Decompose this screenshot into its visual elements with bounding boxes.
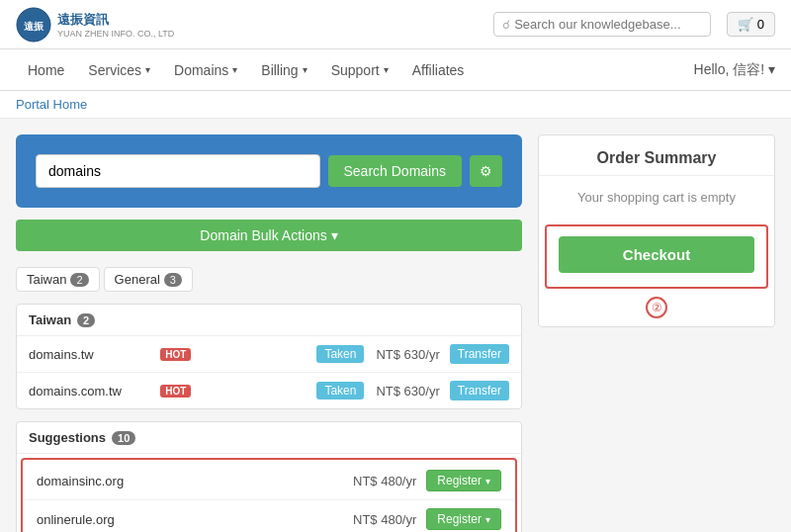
- domains-dropdown-icon: ▾: [232, 64, 237, 75]
- register-button[interactable]: Register ▾: [426, 470, 501, 491]
- user-menu[interactable]: Hello, 信容! ▾: [694, 61, 775, 79]
- domain-search-input[interactable]: [36, 154, 320, 188]
- hot-badge: HOT: [160, 385, 191, 398]
- status-badge: Taken: [316, 345, 364, 363]
- suggestions-card: Suggestions 10 domainsinc.org NT$ 480/yr…: [16, 421, 522, 532]
- nav-support[interactable]: Support ▾: [319, 49, 400, 91]
- cart-count: 0: [757, 17, 764, 32]
- table-row: onlinerule.org NT$ 480/yr Register ▾: [25, 500, 513, 532]
- services-dropdown-icon: ▾: [145, 64, 150, 75]
- annotation-circle-2-container: ②: [539, 297, 774, 326]
- top-navigation: 遠振 遠振資訊 YUAN ZHEN INFO. CO., LTD ☌ 🛒 0: [0, 0, 791, 49]
- result-tabs: Taiwan 2 General 3: [16, 263, 522, 296]
- search-domains-button[interactable]: Search Domains: [328, 155, 463, 187]
- search-icon: ☌: [502, 18, 510, 32]
- cart-icon: 🛒: [738, 17, 753, 32]
- register-dropdown-icon: ▾: [485, 476, 490, 487]
- suggestions-header: Suggestions 10: [17, 422, 521, 454]
- domain-name: domainsinc.org: [37, 474, 195, 488]
- hot-badge: HOT: [160, 348, 191, 361]
- transfer-button[interactable]: Transfer: [450, 344, 509, 364]
- checkout-area: Checkout: [545, 224, 768, 289]
- transfer-button[interactable]: Transfer: [450, 381, 509, 400]
- billing-dropdown-icon: ▾: [303, 64, 308, 75]
- logo-text: 遠振資訊 YUAN ZHEN INFO. CO., LTD: [57, 11, 174, 39]
- order-summary-empty-text: Your shopping cart is empty: [539, 176, 774, 219]
- support-dropdown-icon: ▾: [384, 64, 389, 75]
- nav-affiliates[interactable]: Affiliates: [400, 49, 477, 91]
- knowledgebase-search-input[interactable]: [514, 17, 702, 32]
- taiwan-results-card: Taiwan 2 domains.tw HOT Taken NT$ 630/yr…: [16, 304, 522, 409]
- domain-price: NT$ 630/yr: [376, 347, 439, 362]
- taiwan-section-header: Taiwan 2: [17, 305, 521, 336]
- register-dropdown-icon: ▾: [485, 514, 490, 525]
- table-row: domains.com.tw HOT Taken NT$ 630/yr Tran…: [17, 373, 521, 408]
- table-row: domains.tw HOT Taken NT$ 630/yr Transfer: [17, 336, 521, 373]
- logo: 遠振 遠振資訊 YUAN ZHEN INFO. CO., LTD: [16, 7, 174, 43]
- right-panel: Order Summary Your shopping cart is empt…: [538, 134, 775, 327]
- cart-button[interactable]: 🛒 0: [727, 12, 775, 37]
- domain-search-box: Search Domains ⚙: [16, 134, 522, 208]
- nav-domains[interactable]: Domains ▾: [162, 49, 249, 91]
- domain-price: NT$ 480/yr: [353, 512, 416, 527]
- page-content: Search Domains ⚙ Domain Bulk Actions ▾ T…: [0, 119, 791, 532]
- nav-services[interactable]: Services ▾: [76, 49, 162, 91]
- table-row: domainsinc.org NT$ 480/yr Register ▾: [25, 462, 513, 500]
- domain-name: domains.tw: [29, 347, 154, 362]
- tab-general[interactable]: General 3: [104, 267, 193, 292]
- breadcrumb[interactable]: Portal Home: [0, 91, 791, 119]
- left-panel: Search Domains ⚙ Domain Bulk Actions ▾ T…: [16, 134, 522, 532]
- order-summary-card: Order Summary Your shopping cart is empt…: [538, 134, 775, 327]
- domain-price: NT$ 630/yr: [376, 384, 439, 399]
- main-navigation: Home Services ▾ Domains ▾ Billing ▾ Supp…: [0, 49, 791, 91]
- domain-bulk-actions-button[interactable]: Domain Bulk Actions ▾: [16, 220, 522, 251]
- gear-icon: ⚙: [480, 163, 492, 179]
- nav-home[interactable]: Home: [16, 49, 76, 91]
- logo-icon: 遠振: [16, 7, 51, 43]
- domain-price: NT$ 480/yr: [353, 474, 416, 488]
- svg-text:遠振: 遠振: [24, 21, 44, 32]
- register-button[interactable]: Register ▾: [426, 508, 501, 530]
- domain-search-settings-button[interactable]: ⚙: [470, 155, 502, 187]
- tab-taiwan[interactable]: Taiwan 2: [16, 267, 100, 292]
- status-badge: Taken: [316, 382, 364, 399]
- domain-name: onlinerule.org: [37, 512, 195, 527]
- nav-billing[interactable]: Billing ▾: [249, 49, 318, 91]
- annotation-circle-2: ②: [646, 297, 667, 318]
- knowledgebase-search[interactable]: ☌: [493, 12, 711, 37]
- checkout-button[interactable]: Checkout: [559, 236, 754, 273]
- order-summary-title: Order Summary: [539, 135, 774, 176]
- domain-name: domains.com.tw: [29, 384, 154, 399]
